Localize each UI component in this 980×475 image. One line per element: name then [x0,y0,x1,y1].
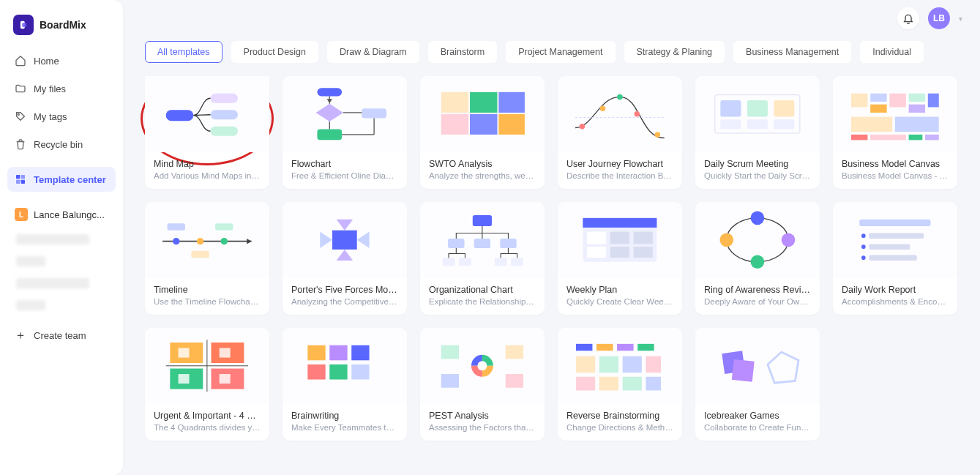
svg-rect-111 [596,344,613,351]
svg-rect-99 [307,345,325,361]
svg-marker-124 [768,352,798,383]
template-title: Daily Work Report [842,285,949,295]
svg-point-85 [861,245,866,250]
weekly-plan-icon [565,206,675,274]
template-card-bmc[interactable]: Business Model Canvas Business Model Can… [833,76,957,189]
svg-rect-9 [211,110,238,119]
sidebar: BoardMix Home My files My tags Recycle b… [0,0,123,475]
template-desc: The 4 Quadrants divides your acti... [154,423,261,432]
template-card-eisenhower[interactable]: Urgent & Important - 4 Qu... The 4 Quadr… [145,328,269,441]
filter-draw-diagram[interactable]: Draw & Diagram [327,41,419,63]
template-thumb [558,202,682,278]
template-card-daily-report[interactable]: Daily Work Report Accomplishments & Enco… [833,202,957,315]
svg-point-83 [861,234,866,239]
template-card-mind-map[interactable]: Mind Map Add Various Mind Maps in Board.… [145,76,269,189]
svg-rect-44 [851,135,867,140]
template-card-timeline[interactable]: Timeline Use the Timeline Flowchart Temp… [145,202,269,315]
template-card-ring-awareness[interactable]: Ring of Awareness Review Deeply Aware of… [695,202,820,315]
svg-rect-39 [928,94,939,108]
template-desc: Deeply Aware of Your Own Heart ... [704,297,811,306]
svg-rect-64 [500,239,516,248]
svg-point-80 [751,255,765,269]
template-card-user-journey[interactable]: User Journey Flowchart Describe the Inte… [558,76,682,189]
svg-rect-3 [16,175,20,179]
svg-rect-71 [587,232,606,244]
svg-marker-58 [357,232,370,248]
svg-rect-113 [637,344,654,351]
notifications-button[interactable] [897,7,919,29]
avatar-menu-caret[interactable]: ▾ [959,15,962,23]
team-row[interactable]: L Lance Balungc... [7,202,116,227]
folder-icon [15,83,26,94]
svg-rect-13 [318,130,343,141]
svg-rect-62 [448,239,464,248]
svg-rect-116 [623,356,642,373]
template-card-daily-scrum[interactable]: Daily Scrum Meeting Quickly Start the Da… [695,76,820,189]
svg-rect-18 [498,92,525,113]
template-desc: Make Every Teammates to Partici... [291,423,398,432]
svg-rect-95 [179,348,190,358]
svg-rect-1 [22,23,26,27]
template-card-org-chart[interactable]: Organizational Chart Explicate the Relat… [420,202,545,315]
filter-product-design[interactable]: Product Design [231,41,318,63]
template-thumb [833,76,957,152]
filter-all-templates[interactable]: All templates [145,41,222,63]
template-card-swto[interactable]: SWTO Analysis Analyze the strengths, wea… [420,76,545,189]
template-desc: Quickly Create Clear Weekly Plans [566,297,673,306]
svg-point-23 [600,106,605,111]
nav-my-files[interactable]: My files [7,76,116,101]
svg-rect-32 [720,119,741,129]
nav-home[interactable]: Home [7,48,116,73]
nav-recycle-bin[interactable]: Recycle bin [7,132,116,157]
nav-label: My files [34,83,66,94]
filter-strategy-planning[interactable]: Strategy & Planing [624,41,725,63]
template-card-brainwriting[interactable]: Brainwriting Make Every Teammates to Par… [283,328,407,441]
svg-rect-112 [617,344,633,351]
svg-rect-14 [362,109,386,119]
template-desc: Describe the Interaction Between ... [566,171,673,180]
template-card-weekly-plan[interactable]: Weekly Plan Quickly Create Clear Weekly … [558,202,682,315]
svg-rect-29 [720,100,741,116]
svg-marker-60 [337,250,353,261]
template-card-pest[interactable]: PEST Analysis Assessing the Factors that… [420,328,545,441]
team-badge: L [15,208,28,221]
template-desc: Quickly Start the Daily Scrum Me... [704,171,811,180]
template-card-flowchart[interactable]: Flowchart Free & Efficient Oline Diagram… [283,76,407,189]
filter-business-management[interactable]: Business Management [733,41,851,63]
template-card-icebreaker[interactable]: Icebreaker Games Collaborate to Create F… [695,328,820,441]
create-team-button[interactable]: ＋ Create team [7,322,116,348]
svg-marker-15 [327,99,332,103]
svg-point-25 [635,111,640,116]
template-title: Timeline [154,285,261,295]
template-title: Business Model Canvas [842,159,949,169]
main-area: LB ▾ All templates Product Design Draw &… [123,0,980,475]
app-logo-row: BoardMix [7,10,116,45]
svg-rect-34 [774,119,794,129]
daily-report-icon [840,206,950,274]
template-title: Urgent & Important - 4 Qu... [154,411,261,421]
svg-rect-103 [329,364,347,380]
template-desc: Use the Timeline Flowchart Templ... [154,297,261,306]
template-thumb [420,202,545,278]
template-card-reverse-brainstorm[interactable]: Reverse Brainstorming Change Directions … [558,328,682,441]
svg-marker-57 [320,232,332,248]
svg-rect-30 [747,100,768,116]
template-desc: Analyzing the Competitive Enviro... [291,297,398,306]
nav-my-tags[interactable]: My tags [7,104,116,129]
filter-brainstorm[interactable]: Brainstorm [428,41,497,63]
svg-rect-33 [747,119,768,129]
svg-rect-119 [599,377,618,391]
svg-rect-114 [576,356,595,373]
user-avatar[interactable]: LB [928,7,950,29]
filter-individual[interactable]: Individual [860,41,924,63]
template-card-porter[interactable]: Porter's Five Forces Model Analyzing the… [283,202,407,315]
template-thumb [558,328,682,404]
nav-label: My tags [34,111,67,122]
filter-project-management[interactable]: Project Management [506,41,615,63]
bmc-icon [840,80,950,149]
nav-template-center[interactable]: Template center [7,167,116,192]
template-title: Mind Map [154,159,261,169]
template-desc: Add Various Mind Maps in Board... [154,171,261,180]
svg-rect-46 [909,135,923,140]
svg-rect-66 [459,258,471,266]
